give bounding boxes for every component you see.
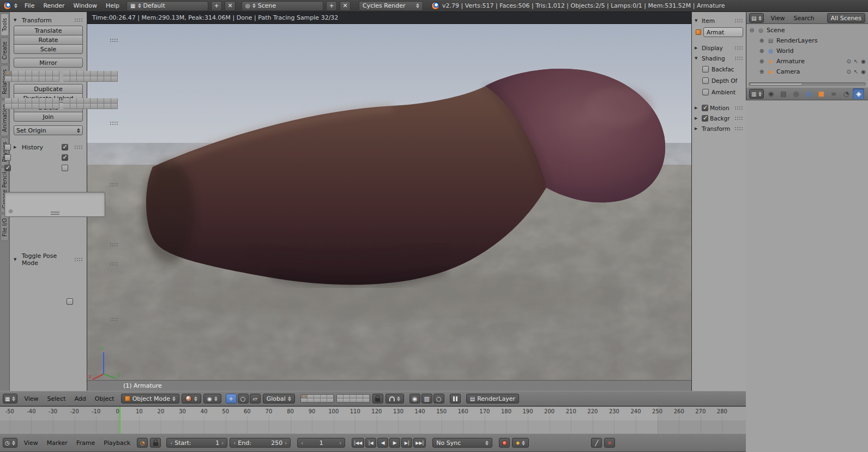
tab-object[interactable]: ■: [815, 88, 827, 99]
checkbox-icon[interactable]: [4, 154, 11, 161]
panel-grip-icon[interactable]: [734, 46, 743, 50]
shading-checkbox-row[interactable]: Ambient: [695, 86, 743, 98]
protected-layers-right[interactable]: [63, 98, 118, 110]
topbar-menu[interactable]: Help: [101, 2, 124, 10]
timeline-tick[interactable]: -50: [0, 407, 21, 433]
timeline-tick[interactable]: 160: [452, 407, 474, 433]
timeline-tick[interactable]: 40: [193, 407, 215, 433]
view3d-menu[interactable]: Object: [91, 395, 119, 403]
protected-layers-left[interactable]: [4, 98, 60, 110]
panel-grip-icon[interactable]: [734, 106, 743, 110]
timeline-tick[interactable]: 280: [712, 407, 733, 433]
checkbox-icon[interactable]: [702, 89, 709, 95]
timeline-tick[interactable]: 70: [258, 407, 280, 433]
outliner-row-world[interactable]: ⊕ ◍ World: [746, 46, 868, 56]
armature-layers-left[interactable]: [4, 70, 60, 82]
manipulator-scale-button[interactable]: ▱: [250, 394, 261, 403]
toolshelf-tab[interactable]: File I/O: [1, 214, 9, 241]
toolshelf-tab[interactable]: Physics: [1, 137, 9, 166]
toolshelf-tab[interactable]: Create: [1, 37, 9, 64]
timeline-tick[interactable]: 110: [345, 407, 366, 433]
checkbox-icon[interactable]: [62, 165, 68, 171]
timeline-menu[interactable]: Frame: [72, 439, 99, 447]
background-checkbox-icon[interactable]: [702, 115, 708, 122]
outliner-row-camera[interactable]: ⊕ ◉ Camera ⊙ ↖ ◉: [746, 67, 868, 77]
outliner-row-renderlayers[interactable]: ⊕ ▤ RenderLayers: [746, 35, 868, 46]
checkbox-icon[interactable]: [4, 165, 11, 171]
viewport-shading-selector[interactable]: [182, 394, 201, 403]
outliner-row-scene[interactable]: ⊖ ◎ Scene: [746, 25, 868, 35]
active-object-name-field[interactable]: Armat: [703, 27, 743, 37]
timeline-tick[interactable]: 30: [172, 407, 194, 433]
panel-grip-icon[interactable]: [110, 243, 118, 247]
checkbox-icon[interactable]: [67, 298, 73, 305]
timeline-tick[interactable]: 150: [431, 407, 453, 433]
set-origin-menu-button[interactable]: Set Origin: [14, 125, 83, 135]
add-scene-button[interactable]: +: [326, 1, 337, 11]
auto-keyframe-button[interactable]: [499, 438, 510, 448]
renderable-icon[interactable]: ◉: [861, 69, 866, 75]
tab-world[interactable]: ◍: [803, 88, 814, 99]
timeline-menu[interactable]: Playback: [99, 439, 135, 447]
timeline-tick[interactable]: 200: [539, 407, 560, 433]
render-layer-selector[interactable]: ▤ RenderLayer: [466, 394, 519, 403]
edit-tool-button[interactable]: Join: [14, 112, 83, 122]
timeline-tick[interactable]: 240: [625, 407, 647, 433]
timeline-tick[interactable]: 80: [280, 407, 302, 433]
timeline-tick[interactable]: 120: [366, 407, 388, 433]
shading-checkbox-row[interactable]: Backfac: [695, 63, 743, 75]
start-frame-field[interactable]: ‹ Start: 1 ›: [166, 438, 227, 448]
panel-grip-icon[interactable]: [734, 56, 743, 61]
tab-constraints[interactable]: ∞: [828, 88, 839, 99]
snap-selector[interactable]: [385, 394, 404, 403]
add-layout-button[interactable]: +: [211, 1, 222, 11]
scrollbar-thumb[interactable]: [750, 83, 803, 86]
current-frame-field[interactable]: ‹ 1 ›: [297, 438, 345, 448]
tab-render-layers[interactable]: ▤: [777, 88, 789, 99]
visibility-eye-icon[interactable]: ⊙: [846, 58, 851, 64]
panel-grip-icon[interactable]: [74, 257, 83, 262]
tab-render[interactable]: ◉: [765, 88, 776, 99]
timeline-tick[interactable]: -40: [21, 407, 43, 433]
timeline-tick[interactable]: 130: [388, 407, 409, 433]
render-pause-button[interactable]: [450, 394, 461, 403]
panel-header-background-images[interactable]: Backgr: [695, 113, 743, 123]
timeline-tick[interactable]: 250: [647, 407, 668, 433]
screen-layout-selector[interactable]: ▦ Default: [126, 1, 208, 11]
timeline-tick[interactable]: 140: [409, 407, 431, 433]
armature-layers-right[interactable]: [63, 70, 118, 82]
view3d-menu[interactable]: Select: [43, 395, 70, 403]
tab-object-data-armature[interactable]: ◈: [853, 88, 864, 99]
timeline-editor-selector[interactable]: ◷: [3, 438, 17, 448]
transform-tool-button[interactable]: Translate: [14, 26, 83, 35]
timeline-tick[interactable]: 10: [129, 407, 150, 433]
checkbox-icon[interactable]: [4, 144, 11, 150]
lock-time-button[interactable]: [150, 438, 161, 448]
visibility-eye-icon[interactable]: ⊙: [846, 69, 851, 75]
checkbox-icon[interactable]: [702, 77, 709, 84]
checkbox-icon[interactable]: [702, 66, 709, 73]
prev-keyframe-button[interactable]: |◀: [365, 438, 376, 448]
motion-checkbox-icon[interactable]: [702, 105, 708, 111]
layers-widget-right[interactable]: [336, 394, 370, 403]
outliner-menu[interactable]: View: [766, 14, 789, 22]
panel-header-display[interactable]: Display: [695, 43, 743, 53]
expand-icon[interactable]: ⊕: [758, 38, 765, 44]
jump-to-start-button[interactable]: |◀◀: [352, 438, 364, 448]
checkbox-icon[interactable]: [62, 144, 68, 150]
transform-orientation-selector[interactable]: Global: [263, 394, 295, 403]
close-layout-button[interactable]: ✕: [225, 1, 236, 11]
play-button[interactable]: ▶: [389, 438, 400, 448]
timeline-tick[interactable]: 270: [690, 407, 712, 433]
shading-checkbox-row[interactable]: Depth Of: [695, 75, 743, 86]
panel-grip-icon[interactable]: [110, 121, 118, 125]
timeline-tick[interactable]: 220: [582, 407, 604, 433]
list-resize-grip[interactable]: [51, 212, 59, 215]
timeline-tick[interactable]: 210: [560, 407, 582, 433]
transform-tool-button[interactable]: Scale: [14, 44, 83, 54]
panel-header-motion-tracking[interactable]: Motion: [695, 103, 743, 113]
panel-header-item[interactable]: Item: [695, 15, 743, 26]
view3d-menu[interactable]: Add: [70, 395, 91, 403]
opengl-render-image-button[interactable]: ◉: [409, 394, 420, 403]
edit-tool-button[interactable]: Duplicate: [14, 84, 83, 94]
